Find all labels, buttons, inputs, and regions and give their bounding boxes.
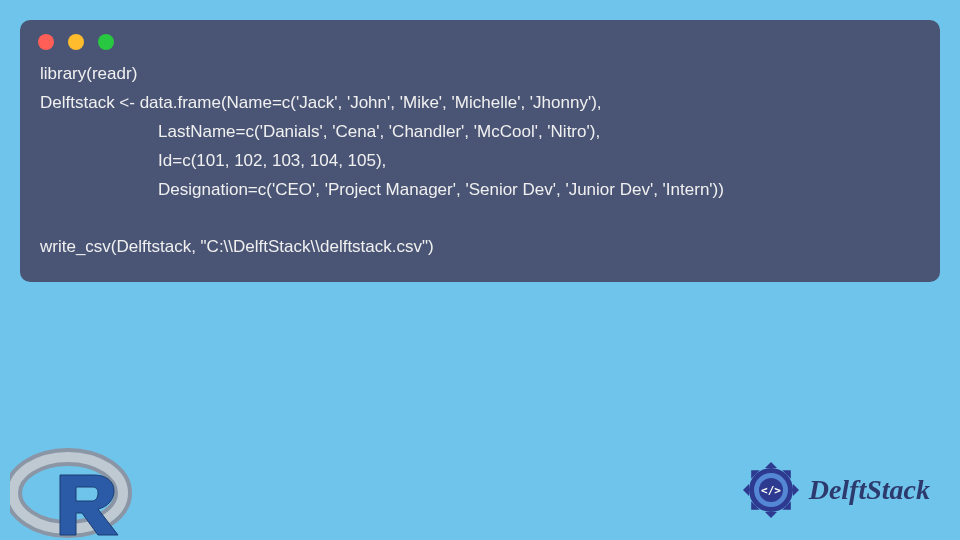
delftstack-logo: </> DelftStack (741, 460, 930, 520)
code-line: LastName=c('Danials', 'Cena', 'Chandler'… (40, 122, 600, 141)
gear-icon: </> (741, 460, 801, 520)
r-language-logo (10, 445, 140, 540)
svg-marker-4 (743, 484, 749, 496)
brand-name: DelftStack (809, 474, 930, 506)
code-line: Designation=c('CEO', 'Project Manager', … (40, 180, 724, 199)
r-logo-icon (10, 445, 140, 540)
code-content: library(readr) Delftstack <- data.frame(… (40, 60, 920, 262)
svg-marker-3 (765, 512, 777, 518)
minimize-icon[interactable] (68, 34, 84, 50)
svg-text:</>: </> (761, 484, 781, 497)
code-block: library(readr) Delftstack <- data.frame(… (20, 20, 940, 282)
close-icon[interactable] (38, 34, 54, 50)
svg-marker-5 (793, 484, 799, 496)
window-controls (38, 34, 114, 50)
maximize-icon[interactable] (98, 34, 114, 50)
code-line: library(readr) (40, 64, 137, 83)
code-line: write_csv(Delftstack, "C:\\DelftStack\\d… (40, 237, 434, 256)
code-line: Delftstack <- data.frame(Name=c('Jack', … (40, 93, 602, 112)
code-line: Id=c(101, 102, 103, 104, 105), (40, 151, 386, 170)
svg-marker-2 (765, 462, 777, 468)
